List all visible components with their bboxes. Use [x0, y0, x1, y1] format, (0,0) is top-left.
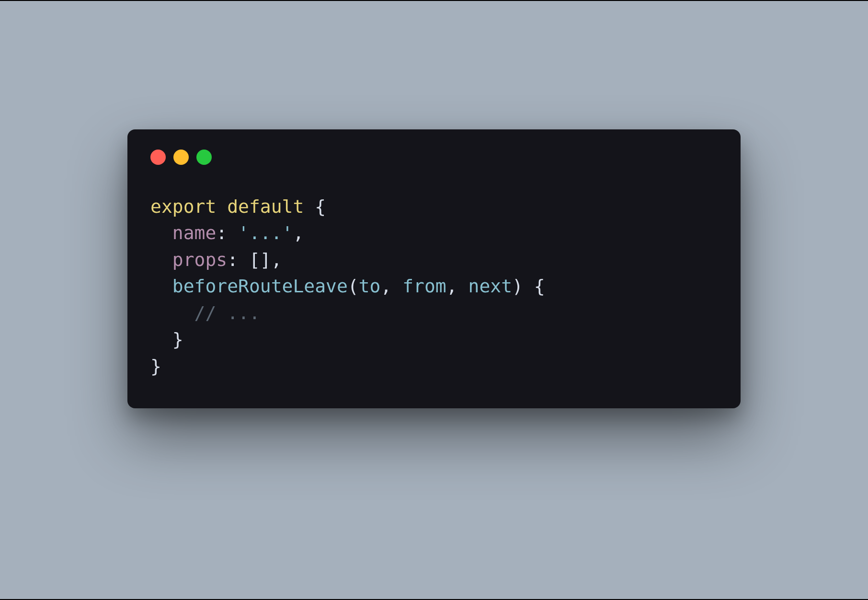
indent [150, 249, 172, 270]
code-window: export default { name: '...', props: [],… [127, 129, 741, 408]
brace-close: } [172, 329, 183, 350]
separator: , [446, 276, 468, 297]
indent [150, 329, 172, 350]
indent [150, 302, 194, 323]
property-props: props [172, 249, 227, 270]
param-next: next [468, 276, 513, 297]
paren-close-brace: ) { [512, 276, 545, 297]
maximize-icon[interactable] [196, 150, 212, 165]
close-icon[interactable] [150, 150, 166, 165]
comment: // ... [194, 302, 260, 323]
window-titlebar [127, 129, 741, 176]
colon: : [216, 222, 238, 243]
comma: , [293, 222, 304, 243]
colon: : [227, 249, 249, 270]
function-name: beforeRouteLeave [172, 276, 348, 297]
param-to: to [359, 276, 381, 297]
property-name: name [172, 222, 217, 243]
separator: , [380, 276, 402, 297]
array-brackets: [] [249, 249, 271, 270]
brace-open: { [304, 196, 326, 217]
keyword-export-default: export default [150, 196, 304, 217]
param-from: from [402, 276, 446, 297]
string-value: '...' [238, 222, 293, 243]
paren-open: ( [348, 276, 359, 297]
minimize-icon[interactable] [173, 150, 189, 165]
code-block: export default { name: '...', props: [],… [127, 176, 741, 380]
indent [150, 276, 172, 297]
brace-close: } [150, 356, 161, 377]
indent [150, 222, 172, 243]
comma: , [271, 249, 282, 270]
